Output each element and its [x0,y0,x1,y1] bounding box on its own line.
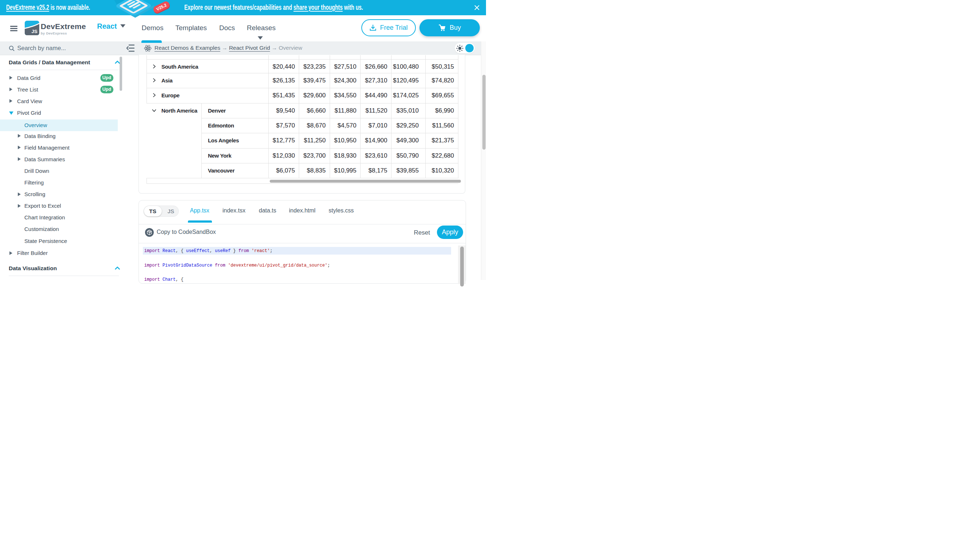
svg-text:JS: JS [31,29,37,34]
